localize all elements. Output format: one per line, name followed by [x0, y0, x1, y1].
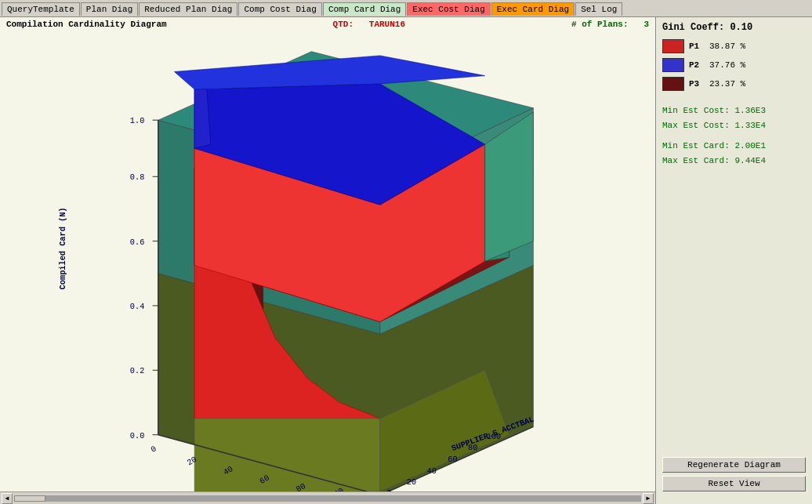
regenerate-diagram-button[interactable]: Regenerate Diagram	[662, 457, 806, 473]
tab-comp-cost-diag[interactable]: Comp Cost Diag	[238, 2, 321, 16]
chart-title: Compilation Cardinality Diagram	[6, 20, 167, 29]
min-est-cost-row: Min Est Cost: 1.36E3	[662, 103, 806, 118]
chart-svg: 0 20 40 60 80 100 PART.P_RETAILPRICE 0 2…	[0, 31, 655, 499]
min-est-card-row: Min Est Card: 2.00E1	[662, 139, 806, 154]
tab-sel-log[interactable]: Sel Log	[575, 2, 622, 16]
chart-header: Compilation Cardinality Diagram QTD: TAR…	[0, 17, 655, 31]
max-est-cost-label: Max Est Cost:	[662, 121, 730, 130]
tab-exec-cost-diag[interactable]: Exec Cost Diag	[407, 2, 490, 16]
chart-qtid: QTD: TARUN16	[333, 20, 405, 29]
chart-canvas[interactable]: 0 20 40 60 80 100 PART.P_RETAILPRICE 0 2…	[0, 31, 655, 499]
gini-label: Gini Coeff:	[662, 22, 724, 33]
svg-text:40: 40	[427, 466, 437, 476]
plan-color-p3	[662, 77, 684, 91]
scroll-right-button[interactable]: ▶	[643, 493, 654, 504]
plan-label-p1: P1	[689, 42, 705, 51]
scroll-track[interactable]	[14, 495, 641, 502]
scroll-left-button[interactable]: ◀	[2, 493, 13, 504]
plan-row-p2: P2 37.76 %	[662, 58, 806, 72]
plans-label: # of Plans:	[571, 20, 629, 29]
plan-pct-p1: 38.87 %	[709, 42, 745, 51]
plans-value: 3	[643, 20, 649, 29]
min-est-card-label: Min Est Card:	[662, 141, 730, 150]
plan-row-p1: P1 38.87 %	[662, 39, 806, 53]
chart-plans: # of Plans: 3	[571, 20, 649, 29]
tab-comp-card-diag[interactable]: Comp Card Diag	[323, 2, 406, 16]
min-est-card-value: 2.00E1	[734, 141, 766, 150]
svg-text:0.0: 0.0	[130, 431, 145, 441]
plan-color-p1	[662, 39, 684, 53]
button-section: Regenerate Diagram Reset View	[662, 457, 806, 491]
stats-section: Min Est Cost: 1.36E3 Max Est Cost: 1.33E…	[662, 103, 806, 169]
svg-text:0.6: 0.6	[130, 237, 145, 247]
svg-text:0.8: 0.8	[130, 172, 145, 182]
scroll-thumb[interactable]	[14, 495, 45, 502]
svg-text:0.4: 0.4	[130, 302, 145, 311]
plan-label-p2: P2	[689, 60, 705, 70]
svg-marker-17	[194, 419, 380, 495]
qtid-label: QTD:	[333, 20, 353, 29]
tab-bar: QueryTemplate Plan Diag Reduced Plan Dia…	[0, 0, 812, 17]
max-est-card-row: Max Est Card: 9.44E4	[662, 154, 806, 169]
right-panel: Gini Coeff: 0.10 P1 38.87 % P2 37.76 % P…	[655, 17, 812, 504]
gini-coefficient: Gini Coeff: 0.10	[662, 22, 806, 33]
main-content: Compilation Cardinality Diagram QTD: TAR…	[0, 17, 812, 504]
svg-text:60: 60	[448, 455, 457, 464]
tab-plan-diag[interactable]: Plan Diag	[81, 2, 138, 16]
svg-text:20: 20	[407, 477, 416, 487]
chart-area: Compilation Cardinality Diagram QTD: TAR…	[0, 17, 655, 504]
tab-reduced-plan-diag[interactable]: Reduced Plan Diag	[139, 2, 237, 16]
plan-pct-p2: 37.76 %	[709, 60, 745, 70]
qtid-value: TARUN16	[369, 20, 405, 29]
svg-text:0.2: 0.2	[130, 366, 145, 375]
svg-text:Compiled Card (N): Compiled Card (N)	[58, 207, 67, 289]
svg-text:1.0: 1.0	[130, 116, 145, 125]
max-est-card-value: 9.44E4	[734, 156, 766, 165]
max-est-cost-row: Max Est Cost: 1.33E4	[662, 118, 806, 133]
gini-value: 0.10	[730, 22, 752, 33]
tab-exec-card-diag[interactable]: Exec Card Diag	[491, 2, 575, 16]
plan-row-p3: P3 23.37 %	[662, 77, 806, 91]
max-est-card-label: Max Est Card:	[662, 156, 730, 165]
reset-view-button[interactable]: Reset View	[662, 476, 806, 491]
tab-query-template[interactable]: QueryTemplate	[2, 2, 80, 16]
max-est-cost-value: 1.33E4	[734, 121, 766, 130]
plan-label-p3: P3	[689, 79, 705, 89]
plan-pct-p3: 23.37 %	[709, 79, 745, 89]
bottom-scrollbar[interactable]: ◀ ▶	[0, 491, 655, 504]
plan-color-p2	[662, 58, 684, 72]
min-est-cost-label: Min Est Cost:	[662, 106, 730, 115]
min-est-cost-value: 1.36E3	[734, 106, 766, 115]
